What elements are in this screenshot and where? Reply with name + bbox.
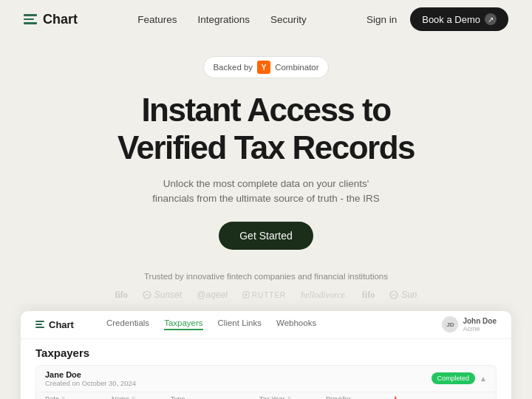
taxpayer-created-date: Created on October 30, 2024 [45, 379, 136, 387]
nav-security[interactable]: Security [270, 14, 307, 25]
book-demo-button[interactable]: Book a Demo ↗ [410, 7, 508, 31]
dash-avatar: JD [442, 316, 458, 332]
brand-hellodivorce: hellodivorce. [301, 290, 347, 301]
dash-nav-links: Credentials Taxpayers Client Links Webho… [106, 318, 421, 330]
trusted-logos: fifo Sunset @aqeel RUTTER hellodivorce. … [24, 290, 508, 301]
sort-date-icon[interactable]: ⇅ [61, 396, 66, 399]
th-action: ⬇ [392, 395, 415, 399]
sign-in-link[interactable]: Sign in [366, 14, 397, 25]
navbar: Chart Features Integrations Security Sig… [0, 0, 532, 38]
dash-user-info: JD John Doe Acme [442, 316, 497, 332]
hero-section: Backed by Y Combinator Instant Access to… [0, 38, 532, 265]
dash-logo: Chart [35, 319, 74, 330]
th-taxyear: Tax Year⇅ [259, 395, 326, 399]
hero-subtitle: Unlock the most complete data on your cl… [148, 177, 384, 207]
brand-fifo-2: fifo [362, 290, 375, 301]
brand-sun: Sun [389, 290, 417, 300]
taxpayer-name: Jane Doe [45, 370, 136, 379]
status-badge: Completed [432, 372, 476, 384]
hero-title: Instant Access to Verified Tax Records [117, 92, 415, 166]
th-date: Date⇅ [45, 395, 112, 399]
trusted-section: Trusted by innovative fintech companies … [0, 265, 532, 311]
dash-webhooks-tab[interactable]: Webhooks [276, 318, 316, 330]
sort-taxyear-icon[interactable]: ⇅ [287, 396, 292, 399]
brand-aqeel: @aqeel [197, 290, 228, 300]
nav-features[interactable]: Features [137, 14, 177, 25]
logo-icon [24, 14, 37, 24]
arrow-icon: ↗ [485, 13, 497, 25]
dash-navbar: Chart Credentials Taxpayers Client Links… [21, 311, 511, 339]
brand-sunset: Sunset [143, 290, 182, 300]
backed-by-text: Backed by [213, 63, 253, 72]
nav-integrations[interactable]: Integrations [197, 14, 250, 25]
nav-right: Sign in Book a Demo ↗ [366, 7, 508, 31]
dash-user-name: John Doe [463, 317, 497, 325]
brand-fifo-1: fifo [115, 290, 127, 301]
combinator-text: Combinator [275, 63, 318, 72]
sort-name-icon[interactable]: ⇅ [132, 396, 136, 399]
get-started-button[interactable]: Get Started [219, 222, 313, 250]
dash-logo-icon [35, 321, 44, 328]
dash-content: Taxpayers Jane Doe Created on October 30… [21, 339, 511, 399]
nav-links: Features Integrations Security [137, 14, 307, 25]
taxpayer-header: Jane Doe Created on October 30, 2024 Com… [36, 366, 496, 392]
brand-rutter: RUTTER [242, 291, 287, 299]
th-type: Type [171, 395, 259, 399]
dash-credentials-tab[interactable]: Credentials [106, 318, 149, 330]
table-header: Date⇅ Name⇅ Type Tax Year⇅ Provider ⬇ [36, 392, 496, 399]
chevron-up-icon[interactable]: ▲ [480, 375, 487, 383]
th-name: Name⇅ [112, 395, 171, 399]
th-provider: Provider [326, 395, 392, 399]
dash-logo-text: Chart [49, 319, 74, 330]
trusted-label: Trusted by innovative fintech companies … [24, 272, 508, 281]
logo-text: Chart [43, 12, 78, 27]
taxpayer-card: Jane Doe Created on October 30, 2024 Com… [35, 365, 497, 399]
dashboard-preview: Chart Credentials Taxpayers Client Links… [21, 311, 511, 399]
dash-taxpayers-tab[interactable]: Taxpayers [164, 318, 202, 330]
dash-page-title: Taxpayers [35, 347, 497, 359]
download-header-icon: ⬇ [392, 395, 398, 399]
backed-badge: Backed by Y Combinator [203, 56, 328, 78]
dash-client-links-tab[interactable]: Client Links [218, 318, 262, 330]
logo[interactable]: Chart [24, 12, 78, 27]
yc-logo: Y [257, 61, 270, 74]
dash-user-org: Acme [463, 325, 497, 332]
